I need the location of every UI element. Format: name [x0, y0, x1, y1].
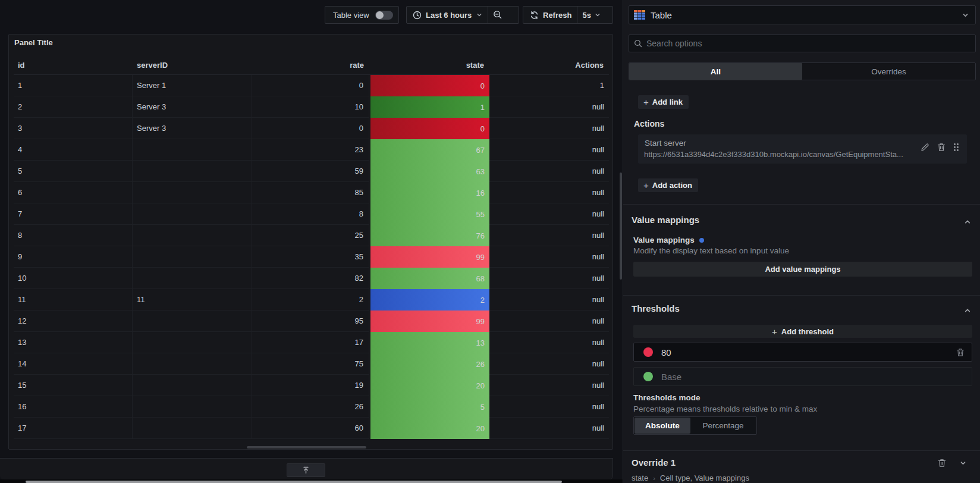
refresh-interval-button[interactable]: 5s — [577, 7, 605, 23]
clock-icon — [413, 11, 422, 20]
table-row[interactable]: 11 11 2 2 null — [14, 289, 609, 310]
page-horizontal-scrollbar[interactable] — [26, 481, 562, 483]
add-threshold-button[interactable]: + Add threshold — [633, 325, 972, 338]
cell-actions: null — [489, 139, 609, 161]
table-row[interactable]: 5 59 63 null — [14, 161, 609, 182]
add-action-button[interactable]: + Add action — [638, 178, 698, 192]
value-mappings-field-desc: Modify the display text based on input v… — [633, 246, 789, 255]
add-link-button[interactable]: + Add link — [638, 95, 689, 109]
data-table: idserverIDratestateActions 1 Server 1 0 … — [14, 55, 609, 439]
search-icon — [634, 39, 642, 48]
add-value-mappings-button[interactable]: Add value mappings — [633, 262, 972, 277]
mode-absolute[interactable]: Absolute — [635, 418, 690, 434]
cell-actions: null — [489, 332, 609, 353]
cell-rate: 25 — [252, 225, 369, 246]
section-divider — [623, 295, 980, 296]
trash-icon[interactable] — [938, 459, 946, 468]
cell-actions: null — [489, 182, 609, 203]
cell-id: 13 — [14, 332, 133, 353]
table-row[interactable]: 15 19 20 null — [14, 375, 609, 396]
time-picker-group: Last 6 hours — [406, 6, 519, 24]
threshold-input-row[interactable]: 80 — [633, 343, 972, 362]
cell-serverid: 11 — [133, 289, 252, 310]
thresholds-section-header[interactable]: Thresholds — [632, 303, 680, 313]
table-row[interactable]: 8 25 76 null — [14, 225, 609, 246]
plus-icon: + — [772, 327, 777, 337]
add-action-label: Add action — [652, 181, 692, 190]
refresh-button[interactable]: Refresh — [523, 7, 577, 23]
cell-rate: 60 — [252, 418, 369, 439]
cell-state: 26 — [369, 353, 489, 375]
cell-rate: 17 — [252, 332, 369, 353]
override-field[interactable]: state — [632, 473, 648, 482]
table-row[interactable]: 9 35 99 null — [14, 246, 609, 268]
chevron-up-icon[interactable] — [963, 306, 972, 315]
scroll-to-top-button[interactable] — [287, 463, 325, 477]
cell-id: 15 — [14, 375, 133, 396]
cell-id: 7 — [14, 203, 133, 225]
threshold-color-dot[interactable] — [643, 347, 653, 357]
table-row[interactable]: 1 Server 1 0 0 1 — [14, 75, 609, 96]
cell-serverid — [133, 225, 252, 246]
table-row[interactable]: 14 75 26 null — [14, 353, 609, 375]
table-row[interactable]: 17 60 20 null — [14, 418, 609, 439]
cell-rate: 19 — [252, 375, 369, 396]
table-row[interactable]: 7 8 55 null — [14, 203, 609, 225]
cell-rate: 95 — [252, 310, 369, 332]
table-row[interactable]: 2 Server 3 10 1 null — [14, 96, 609, 118]
chevron-right-icon: › — [653, 475, 655, 482]
cell-state: 20 — [369, 375, 489, 396]
cell-id: 14 — [14, 353, 133, 375]
table-view-switch[interactable] — [375, 11, 393, 20]
trash-icon[interactable] — [937, 143, 946, 152]
cell-rate: 10 — [252, 96, 369, 118]
drag-handle-icon[interactable] — [953, 143, 959, 152]
chevron-down-icon[interactable] — [959, 459, 967, 467]
column-header-Actions[interactable]: Actions — [489, 55, 609, 74]
cell-state: 1 — [369, 96, 489, 118]
table-row[interactable]: 16 26 5 null — [14, 396, 609, 418]
zoom-out-button[interactable] — [488, 7, 507, 23]
override-section-header[interactable]: Override 1 — [632, 457, 676, 468]
cell-state: 5 — [369, 396, 489, 418]
panel-title[interactable]: Panel Title — [14, 38, 53, 47]
tab-all[interactable]: All — [629, 63, 802, 80]
search-options-input[interactable]: Search options — [629, 34, 976, 52]
value-mappings-section-header[interactable]: Value mappings — [632, 215, 699, 225]
table-row[interactable]: 3 Server 3 0 0 null — [14, 118, 609, 139]
thresholds-mode-toggle: Absolute Percentage — [633, 416, 757, 435]
table-row[interactable]: 4 23 67 null — [14, 139, 609, 161]
tab-overrides[interactable]: Overrides — [802, 63, 975, 80]
threshold-base-row[interactable]: Base — [633, 367, 972, 386]
cell-serverid — [133, 353, 252, 375]
cell-state: 63 — [369, 161, 489, 182]
cell-state: 0 — [369, 118, 489, 139]
cell-actions: null — [489, 246, 609, 268]
mode-percentage[interactable]: Percentage — [690, 418, 756, 434]
column-header-serverID[interactable]: serverID — [133, 55, 252, 74]
edit-icon[interactable] — [921, 143, 929, 152]
cell-actions: null — [489, 203, 609, 225]
column-header-rate[interactable]: rate — [252, 55, 369, 74]
cell-actions: null — [489, 96, 609, 118]
trash-icon[interactable] — [956, 348, 965, 357]
chevron-up-icon[interactable] — [963, 218, 972, 226]
column-header-id[interactable]: id — [14, 55, 133, 74]
table-row[interactable]: 10 82 68 null — [14, 268, 609, 289]
page-vertical-scrollbar[interactable] — [620, 172, 622, 280]
table-body: 1 Server 1 0 0 1 2 Server 3 10 1 null 3 … — [14, 75, 609, 439]
column-header-state[interactable]: state — [369, 55, 489, 74]
table-row[interactable]: 6 85 16 null — [14, 182, 609, 203]
cell-serverid: Server 3 — [133, 96, 252, 118]
action-item-card[interactable]: Start server https://6531a3394d4c2e3f333… — [638, 134, 967, 164]
horizontal-scrollbar-thumb[interactable] — [247, 446, 366, 448]
table-row[interactable]: 12 95 99 null — [14, 310, 609, 332]
cell-serverid — [133, 182, 252, 203]
cell-id: 12 — [14, 310, 133, 332]
visualization-picker[interactable]: Table — [629, 5, 976, 24]
table-row[interactable]: 13 17 13 null — [14, 332, 609, 353]
threshold-base-color-dot[interactable] — [643, 372, 653, 381]
time-range-button[interactable]: Last 6 hours — [407, 7, 488, 23]
table-viz-icon — [634, 10, 645, 20]
panel-footer-bar — [0, 458, 613, 479]
